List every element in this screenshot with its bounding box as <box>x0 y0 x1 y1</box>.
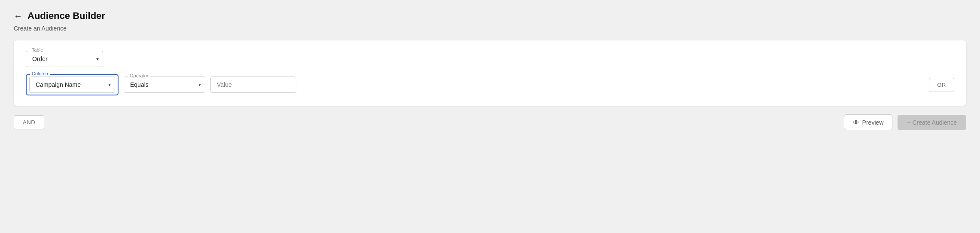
page-header: ← Audience Builder <box>14 10 966 21</box>
table-label: Table <box>30 47 45 52</box>
footer-right: 👁 Preview + Create Audience <box>844 114 966 130</box>
table-select-container: Table Order Customer Product ▾ <box>26 51 103 67</box>
preview-button-label: Preview <box>862 119 884 126</box>
operator-label: Operator <box>128 73 150 78</box>
conditions-row: Column Campaign Name Order ID Status Amo… <box>26 74 954 95</box>
page-subtitle: Create an Audience <box>14 25 966 32</box>
page-title: Audience Builder <box>27 10 105 21</box>
and-button[interactable]: AND <box>14 115 44 129</box>
builder-card: Table Order Customer Product ▾ Column <box>14 40 966 106</box>
field-group: Table Order Customer Product ▾ Column <box>26 51 954 95</box>
footer-bar: AND 👁 Preview + Create Audience <box>14 114 966 130</box>
eye-icon: 👁 <box>853 119 859 126</box>
table-select[interactable]: Order Customer Product <box>26 51 103 67</box>
create-audience-button[interactable]: + Create Audience <box>898 115 966 130</box>
operator-select-container: Operator Equals Not Equals Contains Grea… <box>124 77 205 93</box>
column-select[interactable]: Campaign Name Order ID Status Amount <box>29 77 115 93</box>
or-button[interactable]: OR <box>929 78 954 92</box>
operator-select[interactable]: Equals Not Equals Contains Greater Than … <box>124 77 205 93</box>
back-button[interactable]: ← <box>14 11 22 21</box>
column-select-wrapper: Campaign Name Order ID Status Amount ▾ <box>29 77 115 93</box>
operator-select-wrapper: Equals Not Equals Contains Greater Than … <box>124 77 205 93</box>
table-select-wrapper: Order Customer Product ▾ <box>26 51 103 67</box>
back-arrow-icon: ← <box>14 11 22 21</box>
value-input[interactable] <box>210 77 296 93</box>
preview-button[interactable]: 👁 Preview <box>844 114 893 130</box>
column-label: Column <box>30 71 50 76</box>
table-row: Table Order Customer Product ▾ <box>26 51 954 67</box>
column-select-container: Column Campaign Name Order ID Status Amo… <box>26 74 119 95</box>
